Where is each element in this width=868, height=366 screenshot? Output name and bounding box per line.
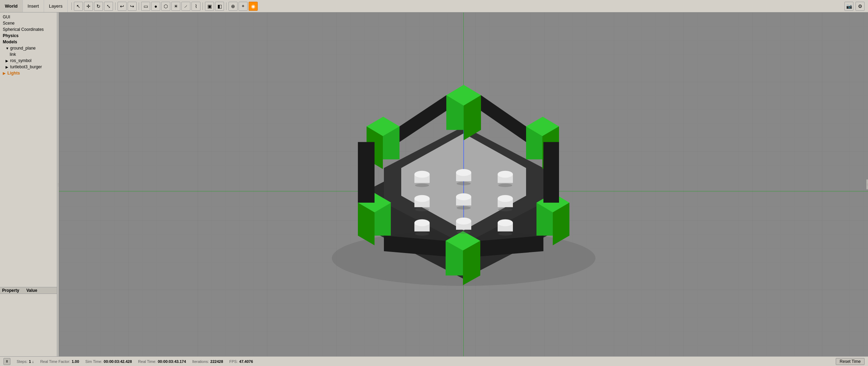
tree-item-spherical[interactable]: Spherical Coordinates xyxy=(0,26,57,33)
right-resize-handle[interactable]: ⋮ xyxy=(866,179,868,190)
svg-point-69 xyxy=(498,232,512,236)
svg-marker-28 xyxy=(481,95,526,142)
simtime-label: Sim Time: xyxy=(85,359,102,364)
settings-icon[interactable]: ⚙ xyxy=(856,2,865,11)
svg-point-64 xyxy=(415,208,429,211)
svg-point-39 xyxy=(456,169,471,176)
svg-point-48 xyxy=(456,193,471,200)
svg-point-45 xyxy=(414,195,430,202)
menu-tab-world[interactable]: World xyxy=(0,0,23,12)
toolbar-sep-4 xyxy=(203,2,203,10)
svg-point-67 xyxy=(415,232,429,236)
steps-label: Steps: xyxy=(17,359,27,364)
left-panel: GUI Scene Spherical Coordinates Physics … xyxy=(0,12,57,356)
scene-tree: GUI Scene Spherical Coordinates Physics … xyxy=(0,12,57,287)
redo-btn[interactable]: ↪ xyxy=(128,2,137,11)
tree-item-scene[interactable]: Scene xyxy=(0,20,57,26)
svg-point-68 xyxy=(457,230,471,234)
tree-item-turtlebot[interactable]: ▶ turtlebot3_burger xyxy=(0,64,57,70)
expand-arrow-ground: ▼ xyxy=(6,46,9,50)
toolbar-sep-5 xyxy=(226,2,226,10)
fps-label: FPS: xyxy=(229,359,238,364)
translate-tool-btn[interactable]: ✛ xyxy=(84,2,93,11)
svg-marker-29 xyxy=(543,142,559,203)
point-btn[interactable]: ⊕ xyxy=(229,2,238,11)
terrain-btn[interactable]: ⌇ xyxy=(191,2,200,11)
sphere-btn[interactable]: ● xyxy=(151,2,160,11)
pause-button[interactable]: ⏸ xyxy=(3,358,10,365)
cylinder-btn[interactable]: ⬡ xyxy=(161,2,170,11)
steps-item: Steps: 1 ↓ xyxy=(17,359,34,364)
expand-arrow-turtlebot: ▶ xyxy=(6,65,9,69)
path-btn[interactable]: ⌖ xyxy=(239,2,248,11)
prop-col2-label: Value xyxy=(26,288,55,293)
mesh-btn[interactable]: ⟋ xyxy=(181,2,190,11)
fps-value: 47.4076 xyxy=(239,359,253,364)
model-btn[interactable]: ▣ xyxy=(205,2,214,11)
scale-tool-btn[interactable]: ⤡ xyxy=(104,2,113,11)
sun-btn[interactable]: ☀ xyxy=(171,2,180,11)
svg-point-60 xyxy=(498,219,513,226)
toolbar-sep-1 xyxy=(71,2,72,10)
simtime-value: 00:00:03:42.428 xyxy=(104,359,132,364)
rotate-tool-btn[interactable]: ↻ xyxy=(94,2,103,11)
select-tool-btn[interactable]: ↖ xyxy=(74,2,83,11)
svg-point-65 xyxy=(457,206,471,210)
svg-point-66 xyxy=(498,208,512,211)
iterations-item: Iterations: 222428 xyxy=(192,359,223,364)
iterations-label: Iterations: xyxy=(192,359,209,364)
scene-3d-wrapper xyxy=(308,78,620,300)
tree-item-gui[interactable]: GUI xyxy=(0,14,57,20)
steps-value: 1 ↓ xyxy=(29,359,34,364)
expand-arrow-ros: ▶ xyxy=(6,59,9,63)
statusbar: ⏸ Steps: 1 ↓ Real Time Factor: 1.00 Sim … xyxy=(0,356,868,366)
simtime-item: Sim Time: 00:00:03:42.428 xyxy=(85,359,132,364)
undo-btn[interactable]: ↩ xyxy=(118,2,127,11)
svg-point-62 xyxy=(457,182,471,185)
svg-point-51 xyxy=(498,195,513,202)
tree-item-ground-plane[interactable]: ▼ ground_plane xyxy=(0,45,57,51)
tree-item-ros-symbol[interactable]: ▶ ros_symbol xyxy=(0,58,57,64)
tree-item-lights[interactable]: ▶ Lights xyxy=(0,70,57,76)
prop-header: Property Value xyxy=(0,287,57,294)
svg-point-42 xyxy=(498,171,513,178)
menu-tab-layers[interactable]: Layers xyxy=(44,0,68,12)
iterations-value: 222428 xyxy=(210,359,223,364)
expand-arrow-lights: ▶ xyxy=(3,71,6,75)
pause-icon: ⏸ xyxy=(5,359,9,363)
tree-item-models[interactable]: Models xyxy=(0,39,57,45)
toolbar-area: ↖ ✛ ↻ ⤡ ↩ ↪ ▭ ● ⬡ ☀ ⟋ ⌇ ▣ ◧ ⊕ ⌖ ◉ xyxy=(68,2,260,11)
realtime-item: Real Time: 00:00:03:43.174 xyxy=(138,359,186,364)
top-menubar: World Insert Layers ↖ ✛ ↻ ⤡ ↩ ↪ ▭ ● ⬡ ☀ … xyxy=(0,0,868,12)
scene-svg xyxy=(308,78,620,300)
reset-time-button[interactable]: Reset Time xyxy=(836,358,865,365)
svg-point-57 xyxy=(456,218,471,225)
svg-point-36 xyxy=(414,171,430,178)
active-btn[interactable]: ◉ xyxy=(249,2,258,11)
camera-icon[interactable]: 📷 xyxy=(844,2,853,11)
menu-tab-insert[interactable]: Insert xyxy=(23,0,44,12)
tree-item-link[interactable]: link xyxy=(0,51,57,58)
svg-point-61 xyxy=(415,184,429,187)
rt-factor-value: 1.00 xyxy=(72,359,79,364)
tree-item-physics[interactable]: Physics xyxy=(0,33,57,39)
realtime-factor-item: Real Time Factor: 1.00 xyxy=(40,359,79,364)
svg-marker-32 xyxy=(358,142,375,203)
svg-point-63 xyxy=(498,184,512,187)
svg-point-54 xyxy=(414,219,430,226)
main-content: GUI Scene Spherical Coordinates Physics … xyxy=(0,12,868,356)
svg-marker-33 xyxy=(399,95,446,142)
realtime-value: 00:00:03:43.174 xyxy=(158,359,186,364)
top-right-icons: 📷 ⚙ xyxy=(844,2,868,11)
viewport-3d[interactable]: ⋮ xyxy=(59,12,868,356)
toolbar-sep-3 xyxy=(139,2,139,10)
fps-item: FPS: 47.4076 xyxy=(229,359,253,364)
realtime-label: Real Time: xyxy=(138,359,156,364)
actor-btn[interactable]: ◧ xyxy=(215,2,224,11)
box-btn[interactable]: ▭ xyxy=(141,2,150,11)
rt-factor-label: Real Time Factor: xyxy=(40,359,70,364)
prop-col1-label: Property xyxy=(2,288,26,293)
property-panel: Property Value xyxy=(0,287,57,356)
toolbar-sep-2 xyxy=(115,2,115,10)
